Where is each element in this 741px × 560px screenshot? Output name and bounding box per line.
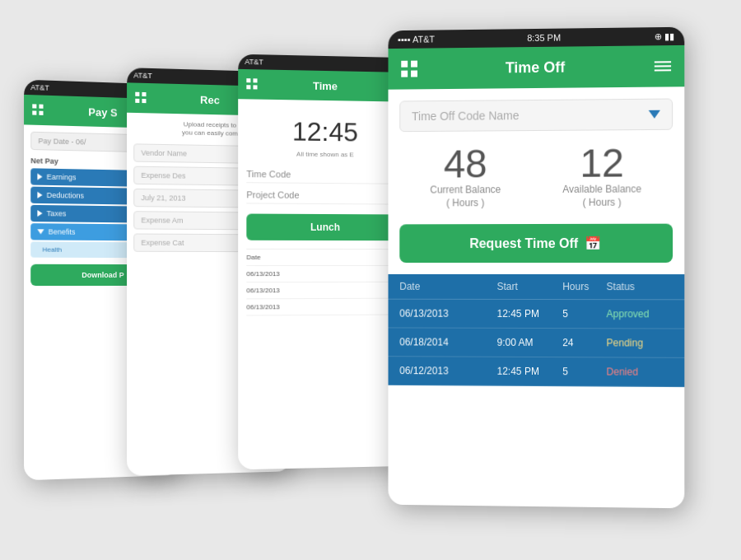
- col-status: Status: [607, 281, 673, 292]
- table-row-1: 06/13/2013 12:: [246, 266, 403, 282]
- time-subtitle: All time shown as E: [246, 150, 403, 159]
- date-val-2: 06/13/2013: [246, 287, 280, 294]
- taxes-label: Taxes: [47, 209, 67, 217]
- header-title-2: Rec: [200, 93, 220, 106]
- table-row-3: 06/13/2013 12:: [246, 299, 403, 316]
- available-balance: 12 Available Balance( Hours ): [562, 143, 641, 209]
- dropdown-placeholder: Time Off Code Name: [412, 109, 519, 123]
- date-val-1: 06/13/2013: [246, 270, 280, 278]
- carrier-2: AT&T: [133, 71, 152, 80]
- row3-status: Denied: [607, 366, 673, 379]
- hamburger-icon-4[interactable]: [655, 61, 671, 71]
- row3-start: 12:45 PM: [497, 366, 563, 377]
- col-start: Start: [497, 281, 563, 292]
- date-col-label: Date: [246, 254, 260, 261]
- row1-date: 06/13/2013: [399, 308, 496, 320]
- play-icon-deductions: [37, 192, 42, 198]
- row3-hours: 5: [562, 366, 606, 377]
- current-balance-label: Current Balance( Hours ): [430, 184, 501, 209]
- app-header-4: Time Off: [389, 45, 685, 90]
- time-code-label: Time Code: [246, 169, 403, 180]
- timeoff-code-dropdown[interactable]: Time Off Code Name: [399, 99, 673, 133]
- lunch-button[interactable]: Lunch: [246, 214, 403, 241]
- row2-status: Pending: [607, 338, 673, 349]
- date-val-3: 06/13/2013: [246, 303, 280, 310]
- available-balance-value: 12: [562, 143, 641, 184]
- row3-date: 06/12/2013: [399, 365, 496, 377]
- header-title-3: Time: [313, 79, 338, 92]
- benefits-label: Benefits: [49, 227, 76, 236]
- row1-status: Approved: [607, 308, 673, 320]
- available-balance-label: Available Balance( Hours ): [562, 183, 641, 209]
- carrier-3: AT&T: [245, 58, 263, 67]
- grid-icon-3[interactable]: [246, 78, 258, 90]
- divider-1: [246, 182, 403, 184]
- grid-icon-2[interactable]: [135, 92, 147, 104]
- calendar-icon: 📅: [585, 236, 601, 251]
- phone-timecode: AT&T 8:35 Time 12:45 All time shown as E…: [238, 54, 411, 470]
- request-timeoff-button[interactable]: Request Time Off 📅: [399, 224, 673, 263]
- timeoff-content: Time Off Code Name 48 Current Balance( H…: [389, 86, 685, 274]
- col-hours: Hours: [562, 281, 606, 292]
- col-date: Date: [399, 281, 496, 292]
- carrier-1: AT&T: [30, 83, 49, 92]
- table-row-approved: 06/13/2013 12:45 PM 5 Approved: [389, 300, 685, 329]
- play-down-icon-benefits: [37, 229, 44, 234]
- current-balance-value: 48: [430, 144, 501, 184]
- row1-start: 12:45 PM: [497, 308, 563, 320]
- row2-date: 06/18/2014: [399, 337, 496, 348]
- earnings-label: Earnings: [47, 173, 77, 182]
- balance-row: 48 Current Balance( Hours ) 12 Available…: [399, 143, 673, 210]
- app-header-3: Time: [238, 69, 411, 102]
- project-code-label: Project Code: [246, 189, 403, 200]
- health-label: Health: [42, 246, 61, 254]
- date-label-row: Date: [246, 250, 403, 266]
- play-icon-taxes: [37, 210, 42, 217]
- current-balance: 48 Current Balance( Hours ): [430, 144, 501, 209]
- deductions-label: Deductions: [47, 191, 84, 200]
- dropdown-arrow-icon: [649, 110, 660, 119]
- app-scene: AT&T 8:3 Pay S Pay Date - 06/ Net Pay Ea…: [0, 0, 741, 560]
- table-header: Date Start Hours Status: [389, 274, 685, 300]
- timeoff-table: Date Start Hours Status 06/13/2013 12:45…: [389, 274, 685, 387]
- phone-timeoff: ▪▪▪▪ AT&T 8:35 PM ⊕ ▮▮ Time Off Time Off…: [389, 27, 685, 509]
- time-4: 8:35 PM: [527, 33, 561, 44]
- grid-icon-4[interactable]: [401, 61, 417, 77]
- row2-hours: 24: [562, 337, 606, 348]
- header-title-4: Time Off: [506, 58, 566, 77]
- big-time-display: 12:45: [246, 116, 403, 149]
- table-row-2: 06/13/2013 12:: [246, 282, 403, 300]
- row2-start: 9:00 AM: [497, 337, 563, 348]
- play-icon-earnings: [37, 174, 42, 180]
- divider-2: [246, 203, 403, 204]
- carrier-4: ▪▪▪▪ AT&T: [398, 35, 435, 44]
- timecode-content: 12:45 All time shown as E Time Code Proj…: [238, 99, 411, 324]
- grid-icon-1[interactable]: [32, 104, 44, 116]
- header-title-1: Pay S: [88, 105, 117, 119]
- request-btn-label: Request Time Off: [469, 236, 578, 251]
- table-row-pending: 06/18/2014 9:00 AM 24 Pending: [389, 329, 685, 358]
- battery-4: ⊕ ▮▮: [655, 30, 674, 41]
- table-row-denied: 06/12/2013 12:45 PM 5 Denied: [389, 357, 685, 387]
- row1-hours: 5: [562, 308, 606, 320]
